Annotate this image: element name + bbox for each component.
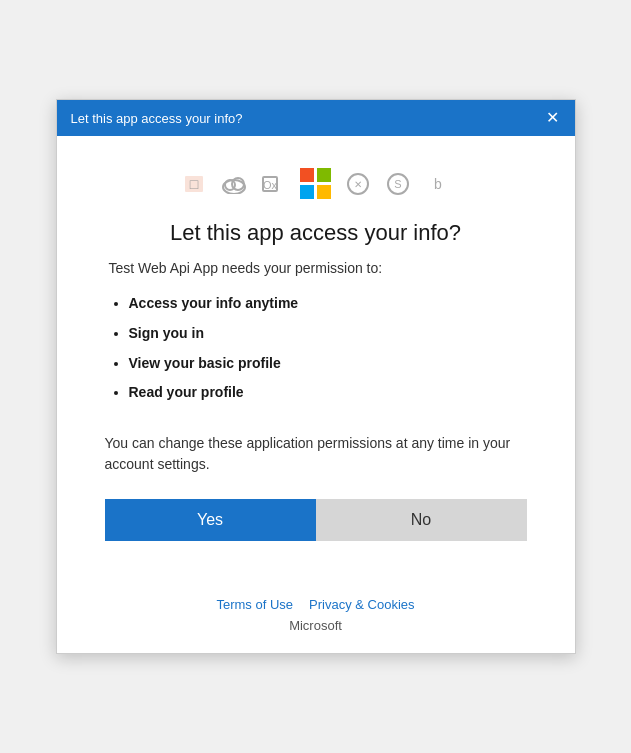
svg-text:b: b bbox=[434, 176, 442, 192]
dialog-window: Let this app access your info? ✕ □ bbox=[56, 99, 576, 653]
privacy-cookies-link[interactable]: Privacy & Cookies bbox=[309, 597, 414, 612]
outlook-icon: Ox bbox=[260, 170, 288, 198]
content-area: □ Ox bbox=[57, 136, 575, 572]
close-button[interactable]: ✕ bbox=[544, 110, 561, 126]
list-item: Sign you in bbox=[129, 324, 299, 344]
title-bar: Let this app access your info? ✕ bbox=[57, 100, 575, 136]
yes-button[interactable]: Yes bbox=[105, 499, 316, 541]
list-item: Read your profile bbox=[129, 383, 299, 403]
svg-text:✕: ✕ bbox=[354, 179, 362, 190]
svg-text:□: □ bbox=[189, 176, 198, 192]
subtitle-text: Test Web Api App needs your permission t… bbox=[109, 260, 383, 276]
title-bar-text: Let this app access your info? bbox=[71, 111, 243, 126]
icons-row: □ Ox bbox=[180, 168, 452, 200]
brand-label: Microsoft bbox=[289, 618, 342, 633]
svg-text:S: S bbox=[394, 178, 401, 190]
no-button[interactable]: No bbox=[316, 499, 527, 541]
list-item: View your basic profile bbox=[129, 354, 299, 374]
terms-of-use-link[interactable]: Terms of Use bbox=[216, 597, 293, 612]
action-buttons: Yes No bbox=[105, 499, 527, 541]
footer-links: Terms of Use Privacy & Cookies bbox=[216, 597, 414, 612]
xbox-icon: ✕ bbox=[344, 170, 372, 198]
main-heading: Let this app access your info? bbox=[170, 220, 461, 246]
svg-text:Ox: Ox bbox=[262, 179, 277, 191]
office-icon: □ bbox=[180, 170, 208, 198]
note-text: You can change these application permiss… bbox=[105, 433, 527, 475]
cloud-icon bbox=[220, 170, 248, 198]
skype-icon: S bbox=[384, 170, 412, 198]
bing-icon: b bbox=[424, 170, 452, 198]
permissions-list: Access your info anytime Sign you in Vie… bbox=[121, 294, 299, 412]
list-item: Access your info anytime bbox=[129, 294, 299, 314]
footer: Terms of Use Privacy & Cookies Microsoft bbox=[57, 573, 575, 653]
microsoft-logo bbox=[300, 168, 332, 200]
